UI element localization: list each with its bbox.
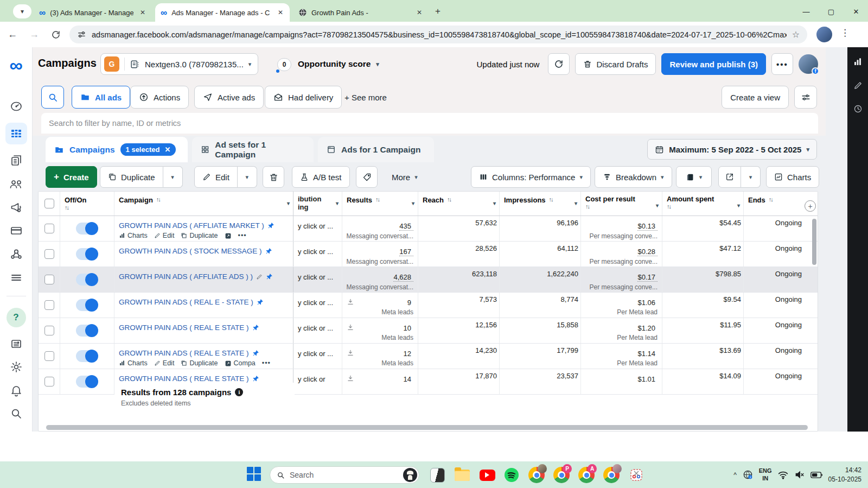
header-results[interactable]: Results↑↓ ▾ — [342, 192, 418, 216]
tab-close-icon[interactable]: ✕ — [138, 8, 148, 17]
row-charts-action[interactable]: Charts — [119, 359, 148, 367]
taskbar-app-snipping-tool[interactable] — [628, 466, 645, 484]
download-leads-icon[interactable] — [347, 349, 354, 357]
charts-button[interactable]: Charts — [766, 166, 819, 188]
row-checkbox[interactable] — [44, 377, 54, 386]
row-checkbox[interactable] — [44, 326, 54, 335]
taskbar-app-file-explorer[interactable] — [454, 466, 471, 484]
window-maximize-button[interactable]: ▢ — [819, 4, 843, 18]
discard-drafts-button[interactable]: Discard Drafts — [575, 53, 656, 75]
columns-button[interactable]: Columns: Performance▾ — [471, 166, 591, 188]
sidebar-item-events-manager[interactable] — [9, 247, 23, 261]
header-reach[interactable]: Reach↑↓ ▾ — [418, 192, 500, 216]
create-button[interactable]: +Create — [46, 166, 97, 188]
reports-button[interactable]: ▾ — [676, 166, 712, 188]
sidebar-item-advertising-settings[interactable] — [9, 200, 23, 214]
table-row[interactable]: GROWTH PAIN ADS ( AFFLIATE MARKET ) Char… — [39, 216, 818, 242]
filter-had-delivery[interactable]: Had delivery — [265, 86, 342, 109]
row-compare-action[interactable] — [225, 232, 232, 239]
clock-icon[interactable] — [853, 104, 863, 113]
taskbar-search[interactable]: Search — [270, 466, 419, 484]
tab-close-icon[interactable]: ✕ — [276, 8, 285, 17]
create-a-view-button[interactable]: Create a view — [722, 86, 789, 109]
filter-see-more[interactable]: + See more — [336, 86, 395, 109]
selected-count-badge[interactable]: 1 selected✕ — [120, 143, 176, 156]
edit-button[interactable]: Edit — [194, 166, 238, 188]
tab-ad-sets[interactable]: Ad sets for 1 Campaign — [192, 137, 314, 162]
row-more-action[interactable]: ••• — [238, 232, 247, 239]
chevron-down-icon[interactable]: ▾ — [575, 200, 577, 206]
sidebar-item-billing[interactable] — [9, 224, 23, 238]
search-icon[interactable] — [9, 407, 23, 421]
wifi-icon[interactable] — [778, 471, 788, 479]
row-more-action[interactable]: ••• — [262, 359, 271, 367]
table-row[interactable]: GROWTH PAIN ADS ( STOCK MESSAGE ) y clic… — [39, 242, 818, 267]
window-close-button[interactable]: ✕ — [844, 4, 868, 18]
taskbar-app-notepad[interactable] — [429, 466, 446, 484]
more-options-button[interactable]: ••• — [771, 53, 793, 75]
sidebar-item-ads-reporting[interactable] — [9, 154, 23, 168]
select-all-checkbox[interactable] — [44, 199, 54, 208]
site-settings-icon[interactable] — [77, 30, 86, 39]
chevron-down-icon[interactable]: ▾ — [737, 202, 740, 208]
sidebar-item-audiences[interactable] — [9, 177, 23, 191]
meta-logo[interactable]: ∞ — [9, 56, 22, 74]
view-settings-button[interactable] — [794, 86, 817, 109]
account-selector[interactable]: G Nextgen3.0 (7870982135... ▾ — [100, 53, 258, 75]
new-tab-button[interactable]: + — [432, 5, 444, 17]
help-button[interactable]: ? — [7, 308, 26, 327]
campaign-name-link[interactable]: GROWTH PAIN ADS ( AFFLIATE MARKET ) — [119, 221, 264, 230]
sidebar-item-overview[interactable] — [9, 99, 23, 113]
table-row[interactable]: GROWTH PAIN ADS ( REAL E STATE ) y click… — [39, 318, 818, 344]
download-leads-icon[interactable] — [347, 375, 354, 382]
table-row[interactable]: GROWTH PAIN ADS ( REAL E - STATE ) y cli… — [39, 293, 818, 318]
header-amount-spent[interactable]: Amount spent ↑↓ ▾ — [662, 192, 744, 216]
forward-button[interactable]: → — [25, 26, 43, 44]
refresh-button[interactable] — [548, 53, 570, 75]
bookmark-star-icon[interactable]: ☆ — [792, 29, 800, 40]
horizontal-scrollbar[interactable] — [46, 425, 808, 430]
taskbar-app-chrome-1[interactable] — [528, 466, 545, 484]
taskbar-app-chrome-3[interactable]: A — [578, 466, 595, 484]
row-checkbox[interactable] — [44, 275, 54, 284]
campaign-name-link[interactable]: GROWTH PAIN ADS ( STOCK MESSAGE ) — [119, 247, 262, 255]
duplicate-caret-button[interactable]: ▾ — [163, 166, 183, 188]
sidebar-item-all-tools[interactable] — [9, 270, 23, 284]
download-leads-icon[interactable] — [347, 298, 354, 306]
filter-active-ads[interactable]: Active ads — [194, 86, 264, 109]
row-edit-action[interactable]: Edit — [154, 359, 175, 367]
chevron-down-icon[interactable]: ▾ — [287, 200, 290, 206]
edit-caret-button[interactable]: ▾ — [238, 166, 257, 188]
browser-tab-3[interactable]: Growth Pain Ads - ✕ — [293, 3, 429, 22]
rename-pencil-icon[interactable] — [256, 274, 263, 280]
date-range-selector[interactable]: Maximum: 5 Sep 2022 - 5 Oct 2025 ▾ — [647, 139, 817, 160]
row-checkbox[interactable] — [44, 300, 54, 310]
sidebar-item-campaigns[interactable] — [5, 123, 27, 144]
browser-tab-1[interactable]: ∞ (3) Ads Manager - Manage ads ✕ — [34, 3, 152, 22]
campaign-toggle[interactable] — [76, 350, 98, 362]
taskbar-app-chrome-2[interactable]: P — [553, 466, 570, 484]
opportunity-score[interactable]: Opportunity score ▾ — [298, 59, 379, 69]
export-button[interactable] — [718, 166, 741, 188]
header-impressions[interactable]: Impressions↑↓ ▾ — [500, 192, 581, 216]
export-caret-button[interactable]: ▾ — [741, 166, 761, 188]
tray-globe-icon[interactable]: i — [743, 470, 753, 480]
search-highlight-icon[interactable] — [403, 468, 417, 482]
browser-menu-icon[interactable]: ⋮ — [840, 27, 850, 39]
filter-actions[interactable]: Actions — [130, 86, 189, 109]
row-duplicate-action[interactable]: Duplicate — [181, 359, 218, 367]
header-off-on[interactable]: Off/On↑↓ — [60, 192, 114, 216]
duplicate-button[interactable]: Duplicate — [100, 166, 163, 188]
row-checkbox[interactable] — [44, 224, 54, 233]
download-leads-icon[interactable] — [347, 324, 354, 331]
chevron-down-icon[interactable]: ▾ — [412, 200, 414, 206]
delete-button[interactable] — [263, 166, 284, 188]
row-checkbox[interactable] — [44, 249, 54, 259]
vertical-scrollbar[interactable] — [812, 219, 816, 265]
language-indicator[interactable]: ENGIN — [759, 467, 772, 483]
add-column-button[interactable]: + — [805, 200, 816, 212]
more-button[interactable]: More▾ — [384, 166, 425, 188]
user-avatar[interactable]: f — [799, 54, 818, 74]
taskbar-app-youtube[interactable] — [478, 466, 496, 484]
tab-campaigns[interactable]: Campaigns 1 selected✕ — [46, 137, 188, 162]
